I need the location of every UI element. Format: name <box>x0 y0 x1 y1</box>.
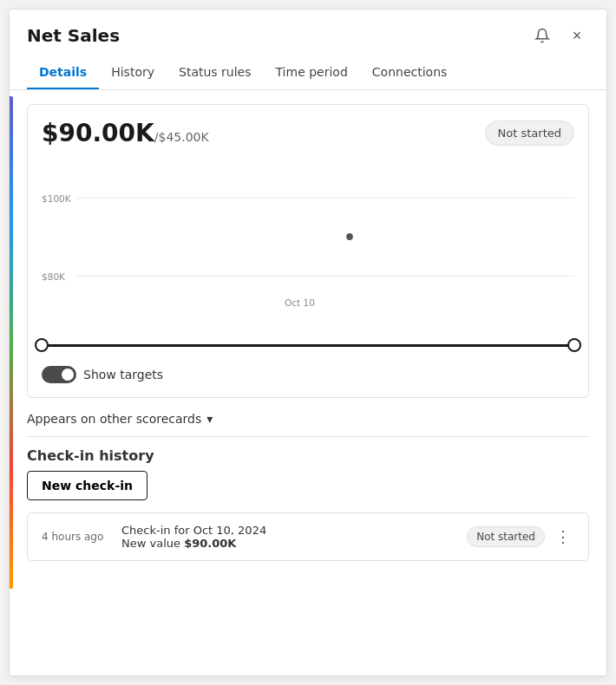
tabs-bar: Details History Status rules Time period… <box>10 56 606 90</box>
left-accent <box>10 96 13 589</box>
range-track <box>42 344 574 347</box>
checkin-item: 4 hours ago Check-in for Oct 10, 2024 Ne… <box>27 512 589 561</box>
metric-value: $90.00K/$45.00K <box>42 119 209 147</box>
metric-target-value: $45.00K <box>158 130 208 144</box>
show-targets-row: Show targets <box>42 366 574 383</box>
show-targets-toggle[interactable] <box>42 366 76 383</box>
metric-value-main: $90.00K <box>42 119 154 147</box>
checkin-details: Check-in for Oct 10, 2024 New value $90.… <box>111 524 467 550</box>
content-area: $90.00K/$45.00K Not started $100K $80K O… <box>10 90 606 575</box>
appears-on-label: Appears on other scorecards <box>27 412 201 426</box>
metric-value-group: $90.00K/$45.00K <box>42 119 209 147</box>
panel-header: Net Sales × <box>10 10 606 48</box>
checkin-time: 4 hours ago <box>42 531 111 543</box>
status-badge: Not started <box>485 121 574 146</box>
checkin-more-button[interactable]: ⋮ <box>552 525 574 548</box>
checkin-status-badge: Not started <box>467 526 545 547</box>
close-button[interactable]: × <box>565 23 589 48</box>
tab-time-period[interactable]: Time period <box>264 56 360 89</box>
notification-button[interactable] <box>530 23 554 48</box>
tab-details[interactable]: Details <box>27 56 99 89</box>
checkin-history-label: Check-in history <box>27 447 154 464</box>
checkin-value-amount: $90.00K <box>184 537 236 550</box>
y-label-80k: $80K <box>42 271 66 283</box>
metric-top: $90.00K/$45.00K Not started <box>42 119 574 147</box>
checkin-value: New value $90.00K <box>121 537 456 550</box>
chart-area: $100K $80K Oct 10 <box>42 154 574 328</box>
x-label-oct10: Oct 10 <box>285 297 315 309</box>
toggle-knob <box>62 369 74 381</box>
appears-on-section[interactable]: Appears on other scorecards ▾ <box>27 412 589 426</box>
checkin-value-label: New value <box>121 537 180 550</box>
chevron-down-icon: ▾ <box>206 412 213 426</box>
data-dot <box>346 233 353 240</box>
panel-title: Net Sales <box>27 25 120 46</box>
checkin-right: Not started ⋮ <box>467 525 574 548</box>
tab-connections[interactable]: Connections <box>360 56 460 89</box>
range-thumb-left[interactable] <box>35 338 49 352</box>
metric-card: $90.00K/$45.00K Not started $100K $80K O… <box>27 104 589 398</box>
checkin-history-heading: Check-in history <box>27 447 589 464</box>
chart-svg: $100K $80K Oct 10 <box>42 154 574 328</box>
tab-history[interactable]: History <box>99 56 167 89</box>
tab-status-rules[interactable]: Status rules <box>167 56 264 89</box>
new-checkin-button[interactable]: New check-in <box>27 471 147 500</box>
main-panel: Net Sales × Details History Status rules… <box>9 9 607 676</box>
show-targets-label: Show targets <box>83 368 163 382</box>
range-thumb-right[interactable] <box>567 338 581 352</box>
range-slider[interactable] <box>42 335 574 356</box>
divider-1 <box>27 436 589 437</box>
header-icons: × <box>530 23 589 48</box>
close-icon: × <box>573 27 582 45</box>
y-label-100k: $100K <box>42 193 72 205</box>
checkin-date: Check-in for Oct 10, 2024 <box>121 524 456 537</box>
